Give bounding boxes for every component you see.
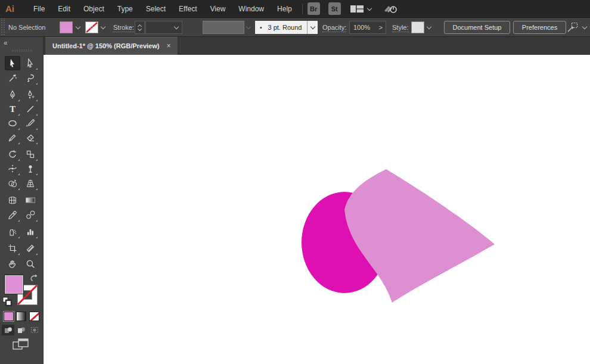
tool-ellipse[interactable] xyxy=(5,116,20,130)
tool-eraser[interactable] xyxy=(23,130,38,145)
document-tab[interactable]: Untitled-1* @ 150% (RGB/Preview) × xyxy=(45,37,178,55)
menu-type[interactable]: Type xyxy=(111,1,139,17)
stroke-none-icon xyxy=(86,22,98,33)
menu-effect[interactable]: Effect xyxy=(172,1,203,17)
curvature-tool-icon xyxy=(26,90,35,99)
default-fill-stroke-icon[interactable] xyxy=(2,297,12,306)
slice-tool-icon xyxy=(26,244,35,253)
tool-rotate[interactable] xyxy=(5,147,20,161)
stock-button[interactable]: St xyxy=(328,2,341,15)
stroke-color-swatch[interactable] xyxy=(85,21,98,33)
draw-inside-button[interactable] xyxy=(28,325,41,335)
preferences-button[interactable]: Preferences xyxy=(513,21,566,34)
tool-direct-selection[interactable] xyxy=(23,56,38,70)
draw-normal-button[interactable] xyxy=(2,325,14,335)
opacity-field[interactable]: 100% > xyxy=(349,21,386,34)
tool-mesh[interactable] xyxy=(5,193,20,207)
line-segment-tool-icon xyxy=(26,104,35,114)
illustrator-window: Ai File Edit Object Type Select Effect V… xyxy=(0,0,590,364)
brush-chevron-icon xyxy=(310,24,316,30)
tool-pen[interactable] xyxy=(5,88,20,102)
gradient-button[interactable] xyxy=(16,312,26,321)
puppet-warp-tool-icon xyxy=(26,164,35,173)
tool-shaper[interactable] xyxy=(5,130,20,145)
workspace-switcher-icon[interactable] xyxy=(350,5,364,13)
menu-edit[interactable]: Edit xyxy=(51,1,77,17)
menu-object[interactable]: Object xyxy=(77,1,111,17)
tool-scale[interactable] xyxy=(23,147,38,161)
opacity-spinner-icon[interactable]: > xyxy=(379,24,383,31)
menu-file[interactable]: File xyxy=(27,1,51,17)
tools-panel-grip[interactable] xyxy=(12,49,32,52)
collapse-panel-icon[interactable]: « xyxy=(4,39,7,47)
tool-lasso[interactable] xyxy=(23,71,38,85)
fill-indicator-swatch[interactable] xyxy=(4,275,24,294)
tool-zoom[interactable] xyxy=(23,257,38,271)
tool-gradient[interactable] xyxy=(23,193,38,207)
tool-perspective-grid[interactable] xyxy=(23,176,38,191)
brush-definition-dropdown[interactable]: • 3 pt. Round xyxy=(255,21,308,34)
tool-type[interactable]: T xyxy=(5,102,20,116)
tool-slice[interactable] xyxy=(23,241,38,256)
gpu-performance-icon[interactable] xyxy=(383,4,399,14)
menu-select[interactable]: Select xyxy=(139,1,172,17)
document-tab-strip: Untitled-1* @ 150% (RGB/Preview) × xyxy=(44,37,590,55)
opacity-value[interactable]: 100% xyxy=(353,24,370,31)
symbol-sprayer-tool-icon xyxy=(8,227,17,237)
shape-builder-tool-icon xyxy=(8,179,17,188)
opacity-label[interactable]: Opacity: xyxy=(322,24,346,32)
width-profile-chevron-icon xyxy=(246,24,251,30)
select-similar-chevron-icon[interactable] xyxy=(582,24,588,30)
style-chevron-icon[interactable] xyxy=(426,24,432,30)
draw-inside-icon xyxy=(30,326,39,334)
brush-chevron-button[interactable] xyxy=(307,21,318,34)
menu-view[interactable]: View xyxy=(204,1,232,17)
selection-tool-icon xyxy=(8,58,17,68)
change-screen-mode-icon[interactable] xyxy=(12,338,30,352)
color-button[interactable] xyxy=(4,312,14,321)
tool-width[interactable] xyxy=(5,161,20,176)
swap-fill-stroke-icon[interactable] xyxy=(29,273,39,282)
stroke-weight-dropdown[interactable] xyxy=(145,21,182,34)
bridge-button[interactable]: Br xyxy=(308,2,320,15)
style-swatch[interactable] xyxy=(411,21,424,33)
tool-selection[interactable] xyxy=(5,56,20,70)
style-label: Style: xyxy=(392,24,409,32)
document-setup-button[interactable]: Document Setup xyxy=(444,21,510,34)
tool-eyedropper[interactable] xyxy=(5,208,20,222)
blend-tool-icon xyxy=(26,210,35,220)
menu-items: File Edit Object Type Select Effect View… xyxy=(27,1,299,17)
fill-color-swatch[interactable] xyxy=(60,21,73,33)
stroke-weight-stepper[interactable] xyxy=(135,21,145,34)
draw-behind-button[interactable] xyxy=(15,325,27,335)
stroke-weight-label[interactable]: Stroke: xyxy=(113,24,134,32)
tool-column-graph[interactable] xyxy=(23,225,38,239)
tab-close-icon[interactable]: × xyxy=(166,42,170,50)
stroke-chevron-icon[interactable] xyxy=(100,24,106,30)
fill-chevron-icon[interactable] xyxy=(75,24,81,30)
select-similar-icon[interactable] xyxy=(566,22,579,33)
direct-selection-tool-icon xyxy=(26,58,35,68)
menu-help[interactable]: Help xyxy=(271,1,299,17)
workspace-chevron-icon[interactable] xyxy=(367,6,372,12)
tool-blend[interactable] xyxy=(23,208,38,222)
stepper-down-icon[interactable] xyxy=(138,28,142,32)
tool-artboard[interactable] xyxy=(5,241,20,256)
tool-hand[interactable] xyxy=(5,257,20,271)
stroke-weight-chevron-icon[interactable] xyxy=(173,24,179,30)
artboard-canvas[interactable] xyxy=(44,55,590,364)
eyedropper-tool-icon xyxy=(8,210,17,220)
app-logo-icon: Ai xyxy=(5,4,21,14)
tool-magic-wand[interactable] xyxy=(5,71,20,85)
menu-window[interactable]: Window xyxy=(232,1,271,17)
controlbar-grip[interactable] xyxy=(0,18,5,36)
tool-shape-builder[interactable] xyxy=(5,176,20,191)
tool-line-segment[interactable] xyxy=(23,102,38,116)
tool-paintbrush[interactable] xyxy=(23,116,38,130)
document-tab-title: Untitled-1* @ 150% (RGB/Preview) xyxy=(52,42,159,49)
tool-curvature[interactable] xyxy=(23,88,38,102)
tool-puppet-warp[interactable] xyxy=(23,161,38,176)
width-tool-icon xyxy=(8,164,17,173)
tool-symbol-sprayer[interactable] xyxy=(5,225,20,239)
none-button[interactable] xyxy=(29,312,39,321)
